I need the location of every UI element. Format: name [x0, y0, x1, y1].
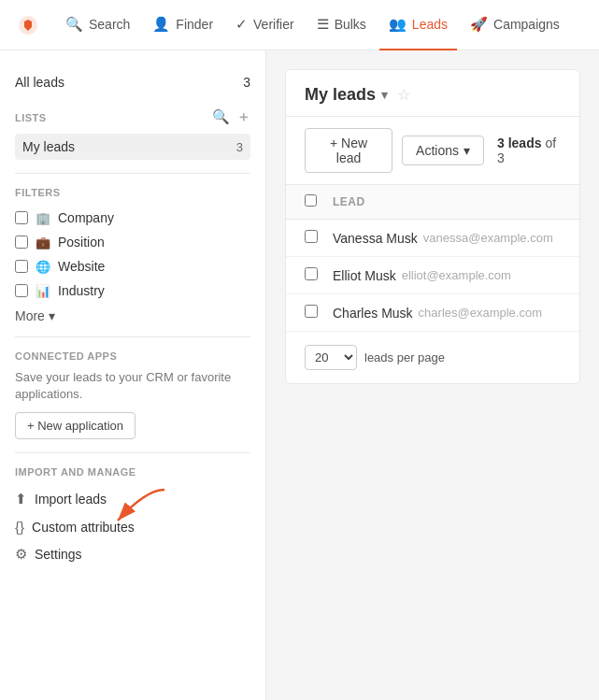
favorite-star-icon[interactable]: ☆: [397, 86, 410, 104]
per-page-select[interactable]: 20 50 100: [305, 345, 357, 370]
add-list-icon[interactable]: ＋: [236, 108, 251, 126]
all-leads-row[interactable]: All leads 3: [15, 69, 250, 95]
all-leads-label: All leads: [15, 75, 64, 90]
industry-icon: 📊: [36, 284, 50, 298]
connected-apps-desc: Save your leads to your CRM or favorite …: [15, 369, 250, 403]
lead-checkbox-0[interactable]: [305, 230, 318, 243]
my-leads-list-item[interactable]: My leads 3: [15, 134, 250, 160]
import-leads-icon: ⬆: [15, 491, 27, 507]
leads-card: My leads ▾ ☆ + New lead Actions ▾ 3 lead…: [285, 69, 580, 384]
table-row: Elliot Musk elliot@example.com: [286, 257, 579, 294]
filter-website[interactable]: 🌐 Website: [15, 254, 250, 279]
table-row: Vanessa Musk vanessa@example.com: [286, 220, 579, 257]
card-title: My leads ▾: [305, 85, 388, 105]
filter-company[interactable]: 🏢 Company: [15, 206, 250, 230]
nav-verifier[interactable]: ✓ Verifier: [226, 0, 304, 50]
leads-count: 3 leads of 3: [497, 136, 561, 165]
card-header: My leads ▾ ☆: [286, 70, 579, 117]
import-leads-label: Import leads: [35, 492, 107, 507]
lead-column-header: LEAD: [333, 195, 365, 208]
connected-apps-label: CONNECTED APPS: [15, 350, 250, 362]
filter-position-checkbox[interactable]: [15, 236, 28, 249]
search-nav-icon: 🔍: [65, 16, 83, 33]
divider-1: [15, 173, 250, 174]
lead-name-1[interactable]: Elliot Musk: [333, 268, 396, 283]
pagination: 20 50 100 leads per page: [286, 332, 579, 383]
table-row: Charles Musk charles@example.com: [286, 294, 579, 332]
custom-attributes-row[interactable]: {} Custom attributes: [15, 513, 250, 540]
lead-name-0[interactable]: Vanessa Musk: [333, 231, 418, 246]
header-checkbox-col: [305, 194, 333, 209]
custom-attributes-container: {} Custom attributes: [15, 513, 250, 540]
lead-checkbox-2[interactable]: [305, 305, 318, 318]
per-page-label: leads per page: [364, 350, 445, 364]
sidebar: All leads 3 LISTS 🔍 ＋ My leads 3 FILTERS…: [0, 50, 266, 700]
filter-industry[interactable]: 📊 Industry: [15, 279, 250, 303]
filter-industry-checkbox[interactable]: [15, 284, 28, 297]
custom-attributes-icon: {}: [15, 519, 24, 535]
filters-section: FILTERS 🏢 Company 💼 Position 🌐 Website 📊: [15, 187, 250, 323]
custom-attributes-label: Custom attributes: [32, 520, 135, 535]
bulks-nav-icon: ☰: [317, 16, 329, 33]
main-content: My leads ▾ ☆ + New lead Actions ▾ 3 lead…: [266, 50, 599, 700]
filter-industry-label: Industry: [58, 283, 105, 298]
lead-name-2[interactable]: Charles Musk: [333, 306, 413, 321]
select-all-checkbox[interactable]: [305, 194, 317, 207]
logo: [15, 12, 41, 38]
campaigns-nav-icon: 🚀: [470, 16, 488, 33]
actions-button[interactable]: Actions ▾: [402, 136, 484, 165]
nav-campaigns[interactable]: 🚀 Campaigns: [461, 0, 569, 50]
nav-bulks[interactable]: ☰ Bulks: [307, 0, 376, 50]
import-section: IMPORT AND MANAGE ⬆ Import leads {} Cust…: [15, 466, 250, 568]
actions-chevron-icon: ▾: [464, 143, 470, 158]
verifier-nav-icon: ✓: [235, 16, 248, 33]
new-lead-button[interactable]: + New lead: [305, 128, 392, 173]
connected-apps-section: CONNECTED APPS Save your leads to your C…: [15, 350, 250, 439]
divider-3: [15, 452, 250, 453]
position-icon: 💼: [36, 236, 50, 250]
settings-icon: ⚙: [15, 546, 27, 563]
more-filters-button[interactable]: More ▾: [15, 308, 250, 323]
nav-search[interactable]: 🔍 Search: [56, 0, 139, 50]
import-leads-row[interactable]: ⬆ Import leads: [15, 485, 250, 513]
more-chevron-icon: ▾: [49, 308, 55, 323]
filters-label: FILTERS: [15, 187, 250, 198]
company-icon: 🏢: [36, 211, 50, 225]
my-leads-count: 3: [236, 140, 243, 154]
search-lists-icon[interactable]: 🔍: [212, 108, 231, 126]
top-nav: 🔍 Search 👤 Finder ✓ Verifier ☰ Bulks 👥 L…: [0, 0, 599, 50]
filter-company-checkbox[interactable]: [15, 211, 28, 224]
card-toolbar: + New lead Actions ▾ 3 leads of 3: [286, 117, 579, 185]
divider-2: [15, 336, 250, 337]
lead-checkbox-1[interactable]: [305, 267, 318, 280]
leads-nav-icon: 👥: [389, 16, 406, 33]
settings-label: Settings: [35, 547, 82, 562]
finder-nav-icon: 👤: [152, 16, 170, 33]
settings-row[interactable]: ⚙ Settings: [15, 540, 250, 568]
lists-actions: 🔍 ＋: [212, 108, 250, 126]
filter-website-checkbox[interactable]: [15, 260, 28, 273]
lists-section-label: LISTS 🔍 ＋: [15, 108, 250, 126]
website-icon: 🌐: [36, 260, 50, 274]
lead-email-2: charles@example.com: [419, 306, 542, 320]
new-application-button[interactable]: + New application: [15, 412, 135, 439]
title-chevron-icon[interactable]: ▾: [381, 88, 388, 102]
filter-position[interactable]: 💼 Position: [15, 230, 250, 254]
import-manage-label: IMPORT AND MANAGE: [15, 466, 250, 478]
nav-finder[interactable]: 👤 Finder: [143, 0, 222, 50]
filter-company-label: Company: [58, 210, 114, 225]
lead-email-0: vanessa@example.com: [423, 231, 553, 245]
filter-position-label: Position: [58, 235, 105, 250]
table-header: LEAD: [286, 185, 579, 220]
lead-email-1: elliot@example.com: [402, 268, 511, 282]
filter-website-label: Website: [58, 259, 105, 274]
all-leads-count: 3: [243, 75, 250, 90]
my-leads-label: My leads: [22, 139, 75, 154]
nav-leads[interactable]: 👥 Leads: [379, 0, 457, 50]
